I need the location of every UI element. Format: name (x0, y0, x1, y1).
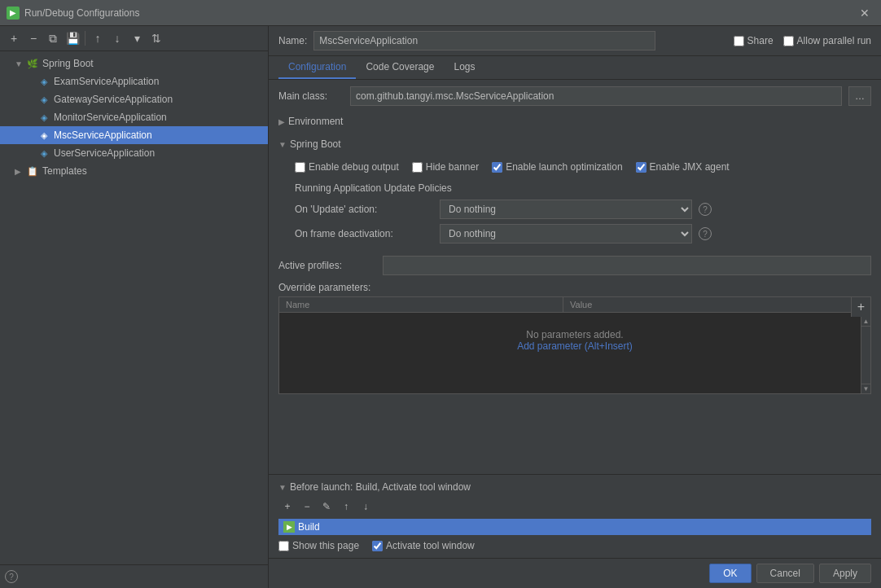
hide-banner-checkbox[interactable] (412, 162, 423, 173)
active-profiles-label: Active profiles: (278, 260, 376, 271)
params-scrollbar[interactable]: ▲ ▼ (861, 317, 870, 393)
before-launch-arrow-icon: ▼ (278, 483, 287, 492)
name-label: Name: (278, 35, 307, 46)
gateway-app-icon: ◈ (37, 93, 50, 106)
copy-configuration-button[interactable]: ⧉ (44, 29, 62, 47)
on-update-help-icon[interactable]: ? (699, 203, 712, 216)
tree-item-user[interactable]: ◈ UserServiceApplication (0, 144, 268, 162)
active-profiles-row: Active profiles: (278, 252, 871, 279)
on-frame-deactivation-help-icon[interactable]: ? (699, 227, 712, 240)
move-down-button[interactable]: ↓ (108, 29, 126, 47)
save-configuration-button[interactable]: 💾 (64, 29, 81, 47)
activate-tool-window-checkbox[interactable] (372, 541, 383, 551)
enable-jmx-checkbox[interactable] (636, 162, 647, 173)
main-class-browse-button[interactable]: … (848, 86, 871, 106)
hide-banner-label[interactable]: Hide banner (412, 161, 479, 173)
exam-app-label: ExamServiceApplication (54, 76, 159, 87)
on-frame-deactivation-row: On frame deactivation: Do nothing ? (282, 222, 871, 246)
on-update-select[interactable]: Do nothing (440, 200, 692, 219)
name-bar: Name: Share Allow parallel run (269, 26, 881, 56)
ok-button[interactable]: OK (709, 564, 751, 583)
before-launch-header[interactable]: ▼ Before launch: Build, Activate tool wi… (278, 481, 871, 493)
allow-parallel-checkbox-label[interactable]: Allow parallel run (783, 35, 871, 46)
share-checkbox-label[interactable]: Share (734, 35, 774, 46)
enable-launch-opt-checkbox[interactable] (492, 162, 502, 173)
tab-code-coverage[interactable]: Code Coverage (356, 56, 444, 79)
remove-configuration-button[interactable]: − (24, 29, 42, 47)
scroll-down-arrow[interactable]: ▼ (861, 384, 870, 393)
params-empty-message: No parameters added. Add parameter (Alt+… (279, 313, 870, 358)
enable-launch-opt-label[interactable]: Enable launch optimization (492, 161, 622, 173)
spring-boot-section-arrow-icon: ▼ (278, 140, 287, 149)
bl-move-down-button[interactable]: ↓ (357, 498, 375, 516)
configurations-tree: ▼ 🌿 Spring Boot ◈ ExamServiceApplication… (0, 51, 268, 564)
bottom-hint: ? (0, 564, 268, 588)
monitor-app-label: MonitorServiceApplication (54, 112, 167, 123)
enable-jmx-label[interactable]: Enable JMX agent (636, 161, 730, 173)
templates-arrow: ▶ (15, 167, 26, 176)
environment-label: Environment (288, 116, 343, 127)
apply-button[interactable]: Apply (819, 564, 871, 583)
tree-item-exam[interactable]: ◈ ExamServiceApplication (0, 72, 268, 90)
before-launch-title: Before launch: Build, Activate tool wind… (290, 481, 471, 493)
enable-debug-checkbox[interactable] (295, 162, 305, 173)
right-panel: Name: Share Allow parallel run Configura… (269, 26, 881, 588)
add-parameter-link[interactable]: Add parameter (Alt+Insert) (517, 340, 633, 352)
tabs-bar: Configuration Code Coverage Logs (269, 56, 881, 80)
sort-button[interactable]: ⇅ (147, 29, 165, 47)
activate-tool-window-label[interactable]: Activate tool window (372, 540, 475, 551)
spring-boot-group[interactable]: ▼ 🌿 Spring Boot (0, 55, 268, 72)
build-item[interactable]: ▶ Build (278, 519, 871, 535)
show-page-checkbox[interactable] (278, 541, 289, 551)
main-class-input[interactable] (350, 86, 842, 106)
top-options: Share Allow parallel run (734, 35, 871, 46)
params-table-header: Name Value + (279, 297, 870, 313)
bl-edit-button[interactable]: ✎ (318, 498, 335, 516)
tree-item-msc[interactable]: ◈ MscServiceApplication (0, 126, 268, 144)
environment-section-header[interactable]: ▶ Environment (278, 112, 871, 130)
gateway-app-label: GatewayServiceApplication (54, 94, 173, 105)
allow-parallel-checkbox[interactable] (783, 36, 794, 46)
cancel-button[interactable]: Cancel (756, 564, 814, 583)
bl-remove-button[interactable]: − (298, 498, 316, 516)
spring-boot-options: Enable debug output Hide banner Enable l… (282, 158, 871, 246)
main-class-row: Main class: … (278, 86, 871, 106)
more-button[interactable]: ▾ (128, 29, 146, 47)
spring-boot-section-header[interactable]: ▼ Spring Boot (278, 135, 871, 153)
move-up-button[interactable]: ↑ (89, 29, 107, 47)
title-bar: ▶ Run/Debug Configurations ✕ (0, 0, 881, 26)
user-app-label: UserServiceApplication (54, 147, 155, 159)
templates-icon: 📋 (26, 165, 39, 178)
active-profiles-input[interactable] (383, 256, 871, 275)
spring-options-row: Enable debug output Hide banner Enable l… (282, 158, 871, 179)
bl-move-up-button[interactable]: ↑ (337, 498, 355, 516)
environment-arrow-icon: ▶ (278, 117, 285, 126)
name-input[interactable] (313, 31, 655, 50)
params-col-value: Value (563, 297, 870, 312)
app-icon: ▶ (7, 7, 20, 20)
bl-add-button[interactable]: + (278, 498, 296, 516)
add-param-button[interactable]: + (851, 297, 870, 317)
share-checkbox[interactable] (734, 36, 744, 46)
exam-app-icon: ◈ (37, 75, 50, 88)
running-app-update-title: Running Application Update Policies (282, 179, 871, 197)
left-panel: + − ⧉ 💾 ↑ ↓ ▾ ⇅ ▼ 🌿 Spring Boot ◈ ExamSe… (0, 26, 269, 588)
help-icon[interactable]: ? (5, 570, 18, 583)
params-table: Name Value + No parameters added. Add pa… (278, 296, 871, 394)
enable-debug-label[interactable]: Enable debug output (295, 161, 399, 173)
close-button[interactable]: ✕ (855, 5, 874, 21)
scroll-up-arrow[interactable]: ▲ (861, 317, 870, 327)
msc-app-label: MscServiceApplication (54, 129, 152, 141)
on-update-label: On 'Update' action: (295, 204, 433, 215)
params-col-name: Name (279, 297, 563, 312)
spring-boot-label: Spring Boot (42, 58, 94, 69)
tree-item-monitor[interactable]: ◈ MonitorServiceApplication (0, 108, 268, 126)
tab-configuration[interactable]: Configuration (278, 56, 356, 79)
show-page-label[interactable]: Show this page (278, 540, 359, 551)
tree-item-gateway[interactable]: ◈ GatewayServiceApplication (0, 90, 268, 108)
add-configuration-button[interactable]: + (5, 29, 23, 47)
tab-logs[interactable]: Logs (444, 56, 484, 79)
content-area: Main class: … ▶ Environment ▼ Spring Boo… (269, 80, 881, 474)
on-frame-deactivation-select[interactable]: Do nothing (440, 224, 692, 244)
templates-group[interactable]: ▶ 📋 Templates (0, 162, 268, 180)
